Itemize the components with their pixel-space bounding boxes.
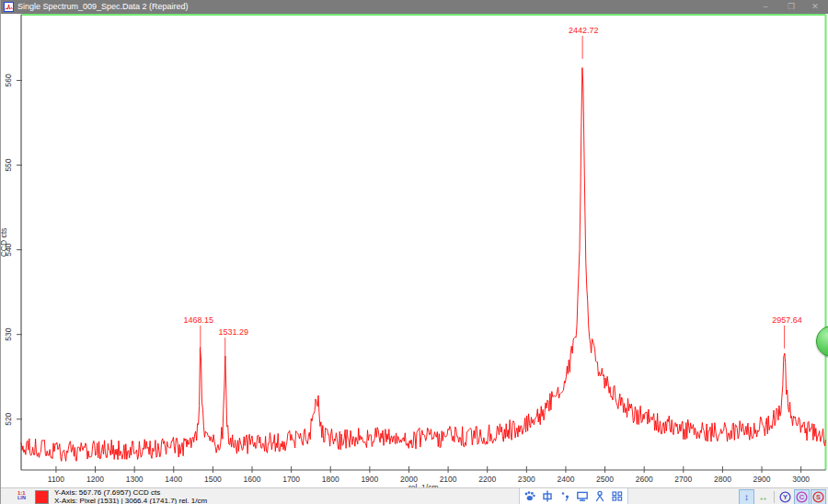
svg-text:1900: 1900 [361,475,378,484]
spectrum-document-icon [4,2,14,12]
status-bar: 1:1 LIN Y-Axis: 567.76 (7.6957) CCD cts … [1,487,828,504]
circled-y-icon: Y [779,491,791,503]
fit-vertical-button[interactable]: ↕ [739,489,754,504]
svg-text:520: 520 [4,412,13,425]
paw-icon[interactable] [523,490,536,502]
svg-text:560: 560 [4,74,13,86]
x-axis-readout: X-Axis: Pixel (1531) | 3066.4 (1741.7) r… [54,498,207,504]
grid-icon[interactable] [611,490,624,502]
minimize-button[interactable]: – [755,0,776,14]
svg-text:1400: 1400 [165,475,182,484]
crosshair-box-icon[interactable] [541,490,554,502]
function-y-button[interactable]: Y [777,489,793,504]
svg-text:C: C [799,493,805,501]
graph-view-buttons: ↕ ↔ Y C S [739,489,826,504]
svg-text:2100: 2100 [440,475,457,484]
svg-text:2442.72: 2442.72 [569,26,599,35]
spectrum-button[interactable]: S [811,489,826,504]
person-icon[interactable] [593,490,606,502]
svg-text:2600: 2600 [636,475,653,484]
svg-text:1700: 1700 [282,475,300,484]
circled-s-icon: S [812,491,824,503]
circled-c-icon: C [796,491,808,503]
svg-text:2800: 2800 [714,475,731,484]
svg-text:2957.64: 2957.64 [772,315,802,325]
axis-scale-icon[interactable]: 1:1 LIN [17,490,29,503]
toolbar-separator [774,491,775,503]
spectrum-svg[interactable]: 1100120013001400150016001700180019002000… [1,14,828,488]
svg-text:CCD cts: CCD cts [1,228,8,258]
window-title: Single Spectrum_009_Spec.Data 2 (Repaire… [17,0,189,14]
cursor-dots-icon[interactable] [558,490,571,502]
svg-text:3000: 3000 [792,475,810,484]
svg-text:2300: 2300 [518,475,535,484]
restore-button[interactable]: ❐ [781,0,801,14]
close-button[interactable]: ✕ [805,0,825,14]
svg-text:2900: 2900 [753,475,771,484]
svg-text:1200: 1200 [86,475,104,484]
svg-text:1800: 1800 [322,475,339,484]
spectrum-chart-panel[interactable]: 1100120013001400150016001700180019002000… [1,14,828,488]
svg-text:S: S [816,493,821,501]
svg-text:1300: 1300 [126,475,144,484]
monitor-icon[interactable] [576,490,589,502]
cursor-button[interactable]: C [794,489,810,504]
title-bar: Single Spectrum_009_Spec.Data 2 (Repaire… [1,0,828,14]
app-window: Single Spectrum_009_Spec.Data 2 (Repaire… [0,0,828,504]
svg-text:1100: 1100 [48,475,65,484]
svg-text:2500: 2500 [596,475,614,484]
svg-text:1600: 1600 [244,475,261,484]
svg-text:2700: 2700 [674,475,692,484]
svg-text:1531.29: 1531.29 [218,327,248,337]
svg-text:530: 530 [4,327,13,340]
svg-text:Y: Y [783,493,788,501]
svg-text:1468.15: 1468.15 [184,315,214,325]
svg-text:550: 550 [4,158,13,171]
cursor-readout: Y-Axis: 567.76 (7.6957) CCD cts X-Axis: … [54,489,207,504]
svg-text:2200: 2200 [478,475,496,484]
trace-color-swatch[interactable] [35,490,49,504]
svg-text:2400: 2400 [557,475,574,484]
svg-text:1500: 1500 [204,475,222,484]
fit-horizontal-button[interactable]: ↔ [755,489,771,504]
graph-toolbar [519,488,628,504]
